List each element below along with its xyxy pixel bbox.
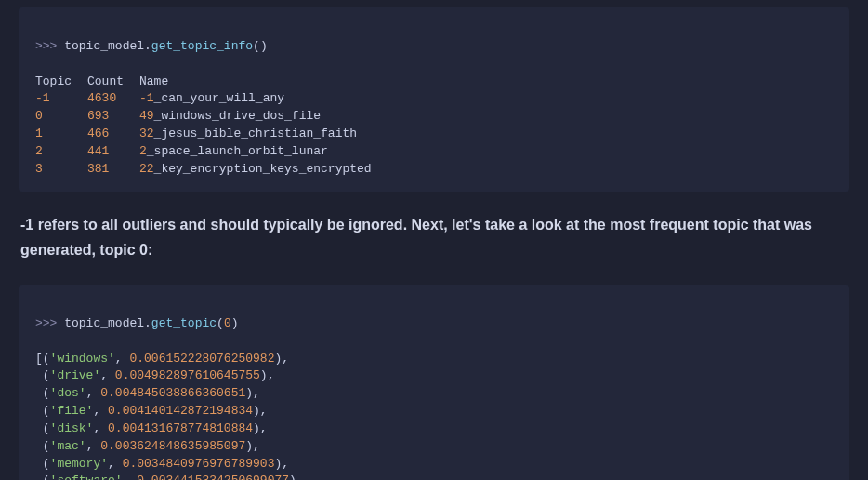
cell-name-text: _jesus_bible_christian_faith <box>154 127 357 140</box>
table-row: 24412_space_launch_orbit_lunar <box>35 144 328 158</box>
cell-name-text: _space_launch_orbit_lunar <box>147 144 328 158</box>
header-topic: Topic <box>35 73 87 91</box>
paren-open: ( <box>217 316 224 330</box>
tuple-word: 'software' <box>50 473 123 480</box>
header-count: Count <box>87 73 139 91</box>
tuple-value: 0.004982897610645755 <box>115 368 260 382</box>
sep: , <box>100 368 115 382</box>
dot: . <box>144 39 151 53</box>
sep: , <box>86 439 101 453</box>
tuple-word: 'windows' <box>50 352 115 366</box>
sep: , <box>108 457 123 471</box>
sep: , <box>93 421 108 435</box>
table-header: TopicCountName <box>35 74 168 88</box>
prompt: >>> <box>35 316 64 330</box>
tuple-word: 'mac' <box>50 439 86 453</box>
cell-name-text: _windows_drive_dos_file <box>154 109 321 123</box>
tuple-close: ), <box>289 473 304 480</box>
table-row: 338122_key_encryption_keys_encrypted <box>35 162 372 176</box>
tuple-value: 0.0034415334250699077 <box>137 473 289 480</box>
tuple-close: ), <box>274 457 289 471</box>
tuple-value: 0.003624848635985097 <box>100 439 245 453</box>
tuple-word: 'disk' <box>50 421 94 435</box>
cell-name-prefix: 2 <box>139 144 147 158</box>
tuple-close: ), <box>245 386 260 400</box>
method-name: get_topic <box>151 316 217 330</box>
paren-open: ( <box>253 39 260 53</box>
tuple-close: ), <box>260 368 275 382</box>
method-name: get_topic_info <box>151 39 253 53</box>
cell-name-text: _key_encryption_keys_encrypted <box>154 162 372 176</box>
cell-count: 466 <box>87 126 139 143</box>
tuple-value: 0.004140142872194834 <box>108 404 253 418</box>
sep: , <box>123 473 138 480</box>
cell-count: 693 <box>87 108 139 126</box>
tuple-value: 0.006152228076250982 <box>129 352 274 366</box>
header-name: Name <box>139 74 168 88</box>
tuple-close: ), <box>253 421 268 435</box>
paren-close: ) <box>231 316 239 330</box>
tuple-close: ), <box>245 439 260 453</box>
cell-topic: 3 <box>35 161 87 179</box>
cell-topic: 2 <box>35 143 87 161</box>
cell-topic: 1 <box>35 126 87 143</box>
tuple-word: 'dos' <box>50 386 86 400</box>
code-block-topic-info: >>> topic_model.get_topic_info() TopicCo… <box>19 7 849 192</box>
sep: , <box>115 352 130 366</box>
bracket-open: [( <box>35 352 50 366</box>
cell-name-prefix: 49 <box>139 109 154 123</box>
paren-close: ) <box>260 39 268 53</box>
cell-name-text: _can_your_will_any <box>154 91 284 105</box>
cell-name-prefix: -1 <box>139 91 154 105</box>
cell-topic: -1 <box>35 90 87 108</box>
object-name: topic_model <box>64 39 144 53</box>
cell-name-prefix: 22 <box>139 162 154 176</box>
tuple-word: 'file' <box>50 404 94 418</box>
tuple-word: 'drive' <box>50 368 101 382</box>
sep: , <box>93 404 108 418</box>
sep: , <box>86 386 101 400</box>
arg-value: 0 <box>224 316 231 330</box>
cell-count: 381 <box>87 161 139 179</box>
cell-name-prefix: 32 <box>139 127 154 140</box>
tuple-value: 0.004131678774810884 <box>108 421 253 435</box>
object-name: topic_model <box>64 316 144 330</box>
code-block-get-topic: >>> topic_model.get_topic(0) [('windows'… <box>19 285 849 480</box>
dot: . <box>144 316 151 330</box>
table-row: -14630-1_can_your_will_any <box>35 91 284 105</box>
prompt: >>> <box>35 39 64 53</box>
cell-topic: 0 <box>35 108 87 126</box>
tuple-value: 0.0034840976976789903 <box>123 457 275 471</box>
cell-count: 441 <box>87 143 139 161</box>
table-row: 069349_windows_drive_dos_file <box>35 109 321 123</box>
tuple-close: ), <box>274 352 289 366</box>
table-row: 146632_jesus_bible_christian_faith <box>35 127 357 140</box>
tuple-value: 0.004845038866360651 <box>100 386 245 400</box>
paragraph-explanation: -1 refers to all outliers and should typ… <box>0 208 868 277</box>
tuple-word: 'memory' <box>50 457 108 471</box>
cell-count: 4630 <box>87 90 139 108</box>
tuple-close: ), <box>253 404 268 418</box>
